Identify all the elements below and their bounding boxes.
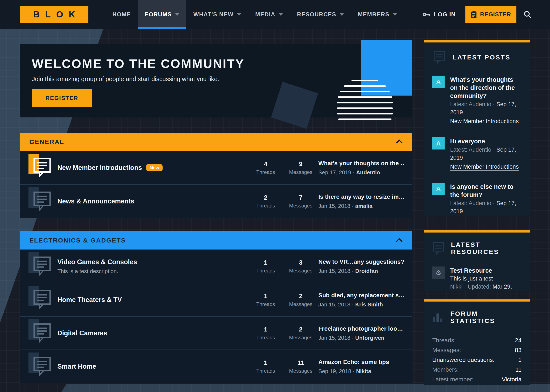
messages-label: Messages xyxy=(285,203,317,209)
stat-label: Messages: xyxy=(432,345,461,355)
brand-logo[interactable]: BLOK xyxy=(20,6,88,23)
nav-item-media[interactable]: MEDIA xyxy=(248,0,290,29)
forum-row-smart-home[interactable]: Smart Home 1 Threads 11 Messages Amazon … xyxy=(20,350,412,383)
avatar[interactable]: A xyxy=(432,76,445,88)
forum-row-home-theaters-tv[interactable]: Home Theaters & TV 1 Threads 2 Messages … xyxy=(20,283,412,316)
post-body: Is anyone else new to the forum? Latest:… xyxy=(450,183,521,216)
nav-item-label: RESOURCES xyxy=(297,11,336,18)
stat-label[interactable]: Unanswered questions: xyxy=(432,355,494,365)
nav-item-home[interactable]: HOME xyxy=(105,0,138,29)
nav-item-members[interactable]: MEMBERS xyxy=(351,0,404,29)
stat-row-messages: Messages: 83 xyxy=(432,345,521,355)
search-icon xyxy=(523,10,532,19)
category-header-general[interactable]: GENERAL xyxy=(20,133,412,151)
chevron-up-icon[interactable] xyxy=(396,238,402,245)
speech-bubble-icon xyxy=(33,290,51,310)
threads-count: 1 xyxy=(253,259,279,266)
threads-stat: 1 Threads xyxy=(253,359,279,374)
category-header-electronics[interactable]: ELECTRONICS & GADGETS xyxy=(20,231,412,250)
post-title[interactable]: Hi everyone xyxy=(450,137,521,145)
latest-post-user[interactable]: Droidfan xyxy=(355,267,378,274)
forum-title[interactable]: Smart Home xyxy=(57,363,96,370)
register-button[interactable]: REGISTER xyxy=(465,6,516,23)
clipboard-icon xyxy=(471,10,477,19)
messages-count: 2 xyxy=(285,292,317,300)
latest-post-user[interactable]: Nikita xyxy=(356,368,371,374)
chevron-down-icon xyxy=(340,13,344,16)
latest-post-user[interactable]: amalia xyxy=(355,203,372,209)
forum-row-video-games-consoles[interactable]: Video Games & Consoles This is a test de… xyxy=(20,250,412,283)
forum-title[interactable]: New Member Introductions xyxy=(57,164,142,172)
chevron-up-icon[interactable] xyxy=(396,140,402,146)
forum-row-digital-cameras[interactable]: Digital Cameras 1 Threads 2 Messages Fre… xyxy=(20,316,412,350)
forum-title[interactable]: Video Games & Consoles xyxy=(57,258,137,266)
nav-item-forums[interactable]: FORUMS xyxy=(138,0,186,29)
forum-title[interactable]: News & Announcements xyxy=(57,197,134,205)
forum-node-text: Smart Home xyxy=(57,363,96,370)
latest-post-user[interactable]: Kris Smith xyxy=(355,301,383,308)
messages-label: Messages xyxy=(285,368,317,374)
bar-chart-icon xyxy=(432,311,444,323)
resource-item: ⚙ Test Resource This is just a test Nikk… xyxy=(432,266,521,291)
forum-title[interactable]: Home Theaters & TV xyxy=(57,296,122,304)
resource-title[interactable]: Test Resource xyxy=(450,266,521,275)
nav-item-whats-new[interactable]: WHAT'S NEW xyxy=(186,0,248,29)
nav-item-label: FORUMS xyxy=(145,11,172,18)
latest-post-item: A Hi everyone Latest: Audentio · Sep 17,… xyxy=(432,137,521,171)
forum-node-icon xyxy=(29,321,52,346)
search-button[interactable] xyxy=(523,10,532,19)
avatar[interactable]: A xyxy=(432,137,445,149)
dot-separator: · xyxy=(352,203,354,209)
messages-count: 3 xyxy=(285,259,317,266)
nav-item-label: MEDIA xyxy=(255,11,275,18)
threads-label: Threads xyxy=(253,203,279,209)
latest-post-title[interactable]: What's your thoughts on the … xyxy=(318,160,404,167)
threads-stat: 1 Threads xyxy=(253,259,279,274)
forum-row-new-member-introductions[interactable]: New Member Introductions New 4 Threads 9… xyxy=(20,151,412,184)
threads-label: Threads xyxy=(253,368,279,374)
post-meta-latest: Latest: Audentio xyxy=(450,147,491,153)
panel-header: FORUM STATISTICS xyxy=(432,310,521,324)
stat-value[interactable]: Victoria xyxy=(502,375,521,384)
brand-logo-text: BLOK xyxy=(28,9,81,20)
threads-label: Threads xyxy=(253,169,279,175)
latest-post: Sub died, any replacement s… Jan 15, 201… xyxy=(318,292,404,308)
post-title[interactable]: What's your thoughts on the direction of… xyxy=(450,76,521,100)
nav-item-resources[interactable]: RESOURCES xyxy=(290,0,351,29)
messages-label: Messages xyxy=(285,268,317,274)
latest-post-title[interactable]: Sub died, any replacement s… xyxy=(318,292,404,299)
forum-title[interactable]: Digital Cameras xyxy=(57,329,107,337)
forum-row-news-announcements[interactable]: News & Announcements 2 Threads 7 Message… xyxy=(20,184,412,218)
forum-node-icon xyxy=(29,155,52,181)
messages-stat: 2 Messages xyxy=(285,326,317,341)
speech-bubble-icon xyxy=(33,323,51,343)
chevron-down-icon xyxy=(175,13,179,16)
speech-bubble-icon xyxy=(33,191,51,211)
threads-count: 1 xyxy=(253,292,279,300)
latest-resources-panel: LATEST RESOURCES ⚙ Test Resource This is… xyxy=(424,231,530,291)
latest-post-title[interactable]: New to VR…any suggestions? xyxy=(318,258,404,265)
messages-count: 9 xyxy=(285,160,317,168)
speech-bubble-icon xyxy=(432,242,445,255)
messages-stat: 9 Messages xyxy=(285,160,317,175)
latest-post-title[interactable]: Freelance photographer loo… xyxy=(318,325,404,332)
resource-body: Test Resource This is just a test Nikki … xyxy=(450,266,521,291)
forum-statistics-panel: FORUM STATISTICS Threads: 24 Messages: 8… xyxy=(424,299,530,385)
login-button[interactable]: LOG IN xyxy=(422,11,456,18)
latest-post-user[interactable]: Unforgiven xyxy=(355,335,385,341)
latest-post-user[interactable]: Audentio xyxy=(356,169,380,175)
latest-post-title[interactable]: Amazon Echo: some tips xyxy=(318,358,404,365)
post-forum-link[interactable]: New Member Introductions xyxy=(450,117,519,125)
hero-register-button[interactable]: REGISTER xyxy=(32,89,92,107)
dot-separator: · xyxy=(353,368,355,374)
latest-post-title[interactable]: Is there any way to resize im… xyxy=(318,193,404,200)
post-title[interactable]: Is anyone else new to the forum? xyxy=(450,183,521,199)
messages-count: 2 xyxy=(285,326,317,333)
stat-value: 24 xyxy=(515,336,521,345)
post-forum-link[interactable]: New Member Introductions xyxy=(450,163,519,171)
decorative-rotated-square xyxy=(271,82,318,129)
navbar: BLOK HOME FORUMS WHAT'S NEW MEDIA RESOUR… xyxy=(0,0,550,29)
avatar[interactable]: A xyxy=(432,183,445,195)
forum-node-text: News & Announcements xyxy=(57,197,134,205)
messages-count: 11 xyxy=(285,359,317,366)
